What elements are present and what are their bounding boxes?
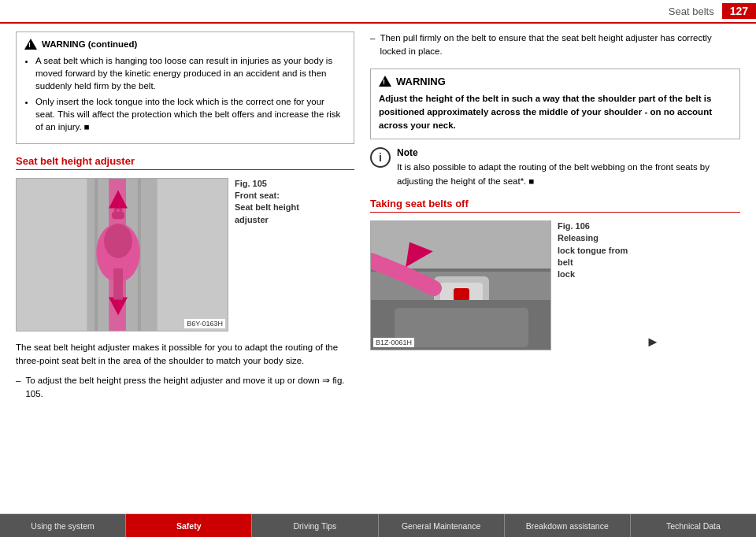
note-box: i Note It is also possible to adapt the … [370,147,740,188]
svg-rect-10 [113,268,123,299]
adjuster-instruction-text: To adjust the belt height press the heig… [25,374,354,402]
pull-firmly-text: Then pull firmly on the belt to ensure t… [380,31,740,59]
warning-item-1: A seat belt which is hanging too loose c… [35,54,346,92]
adjuster-instruction: – To adjust the belt height press the he… [16,374,354,402]
figure-106-svg [371,221,551,350]
warning-continued-header: WARNING (continued) [24,39,346,50]
pull-firmly-instruction: – Then pull firmly on the belt to ensure… [370,31,740,59]
adjuster-body-text: The seat belt height adjuster makes it p… [16,341,354,368]
footer-safety[interactable]: Safety [126,514,252,537]
warning-adjust-icon [379,76,391,87]
warning-continued-title: WARNING (continued) [42,39,137,49]
figure-106-box: B1Z-0061H [370,220,551,350]
figure-105-container: B6Y-0163H Fig. 105 Front seat: Seat belt… [16,178,354,331]
warning-item-2: Only insert the lock tongue into the loc… [35,95,346,133]
page-number: 127 [722,3,756,19]
figure-105-box: B6Y-0163H [16,178,228,331]
figure-106-caption: Fig. 106 Releasing lock tongue from belt… [558,220,636,281]
footer-using-system[interactable]: Using the system [0,514,126,537]
note-icon: i [370,147,391,168]
warning-adjust-box: WARNING Adjust the height of the belt in… [370,69,740,140]
footer-driving-tips[interactable]: Driving Tips [252,514,378,537]
warning-continued-list: A seat belt which is hanging too loose c… [24,54,346,134]
svg-point-6 [104,224,132,258]
note-text: It is also possible to adapt the routing… [397,161,740,188]
right-column: – Then pull firmly on the belt to ensure… [370,31,740,496]
section-heading-adjuster: Seat belt height adjuster [16,155,354,170]
figure-105-svg [17,178,228,331]
warning-adjust-text: Adjust the height of the belt in such a … [379,92,732,133]
footer-navigation[interactable]: Using the system Safety Driving Tips Gen… [0,513,756,537]
next-page-arrow: ► [646,334,660,350]
section-heading-taking-off: Taking seat belts off [370,198,740,213]
figure-106-container: B1Z-0061H Fig. 106 Releasing lock tongue… [370,220,740,350]
warning-triangle-icon [24,39,37,50]
footer-technical-data[interactable]: Technical Data [631,514,756,537]
page-header: Seat belts 127 [0,0,756,24]
note-content: Note It is also possible to adapt the ro… [397,147,740,188]
svg-rect-16 [454,288,469,301]
left-column: WARNING (continued) A seat belt which is… [16,31,354,496]
footer-breakdown[interactable]: Breakdown assistance [505,514,631,537]
figure-105-code: B6Y-0163H [184,319,225,328]
warning-adjust-header: WARNING [379,76,732,87]
section-title: Seat belts [669,6,714,17]
figure-106-code: B1Z-0061H [373,338,414,347]
main-content: WARNING (continued) A seat belt which is… [0,24,756,504]
note-title: Note [397,147,740,158]
svg-rect-7 [112,211,124,219]
warning-continued-box: WARNING (continued) A seat belt which is… [16,31,354,144]
svg-rect-19 [395,308,528,347]
footer-general-maintenance[interactable]: General Maintenance [379,514,505,537]
figure-105-caption: Fig. 105 Front seat: Seat belt height ad… [235,178,299,227]
warning-adjust-title: WARNING [396,76,446,87]
